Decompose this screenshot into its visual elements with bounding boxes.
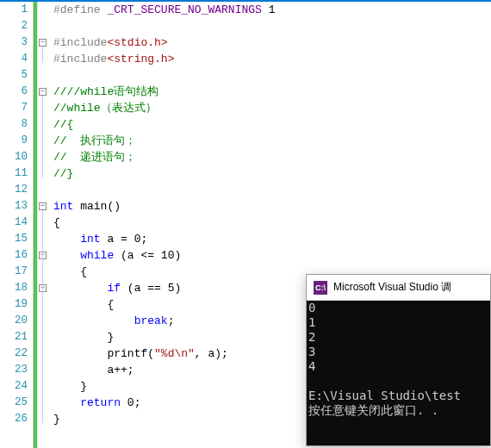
- line-number: 25: [0, 395, 28, 411]
- code-line[interactable]: #define _CRT_SECURE_NO_WARNINGS 1: [53, 2, 491, 18]
- line-number: 17: [0, 264, 28, 280]
- token: "%d\n": [154, 347, 195, 360]
- token: return: [80, 396, 121, 409]
- line-number: 9: [0, 133, 28, 149]
- line-number: 6: [0, 84, 28, 100]
- line-number: 26: [0, 411, 28, 427]
- token: (a <= 10): [114, 249, 181, 262]
- code-line[interactable]: int main(): [53, 198, 491, 215]
- code-line[interactable]: // 执行语句；: [53, 133, 491, 149]
- line-number: 5: [0, 67, 28, 84]
- console-titlebar[interactable]: C:\ Microsoft Visual Studio 调: [307, 275, 490, 301]
- line-number: 20: [0, 313, 28, 329]
- line-number: 1: [0, 2, 28, 18]
- line-number: 11: [0, 165, 28, 182]
- token: #define: [53, 3, 107, 16]
- code-line[interactable]: while (a <= 10): [53, 247, 491, 264]
- token: int: [53, 200, 73, 213]
- token: // 执行语句；: [53, 134, 136, 147]
- code-line[interactable]: //{: [53, 116, 491, 133]
- fold-toggle-icon[interactable]: −: [39, 202, 47, 210]
- token: printf(: [107, 347, 154, 360]
- line-number: 8: [0, 116, 28, 133]
- fold-column: −−−−−: [38, 2, 50, 448]
- code-line[interactable]: // 递进语句；: [53, 149, 491, 165]
- code-line[interactable]: [53, 67, 491, 84]
- token: <stdio.h>: [107, 36, 167, 49]
- token: #include: [53, 36, 107, 49]
- token: _CRT_SECURE_NO_WARNINGS: [107, 3, 261, 16]
- token: {: [53, 216, 60, 229]
- code-line[interactable]: [53, 18, 491, 34]
- line-number: 14: [0, 215, 28, 231]
- code-line[interactable]: //while（表达式）: [53, 100, 491, 116]
- token: ;: [168, 314, 175, 327]
- token: (a == 5): [121, 282, 181, 295]
- code-line[interactable]: //}: [53, 165, 491, 182]
- token: 1: [262, 3, 276, 16]
- code-line[interactable]: int a = 0;: [53, 231, 491, 247]
- token: ////while语句结构: [53, 85, 158, 98]
- token: 0;: [121, 396, 140, 409]
- token: //while（表达式）: [53, 102, 157, 115]
- token: , a);: [195, 347, 228, 360]
- token: }: [53, 413, 60, 426]
- token: //{: [53, 118, 73, 131]
- line-number: 15: [0, 231, 28, 247]
- code-line[interactable]: {: [53, 215, 491, 231]
- line-number: 7: [0, 100, 28, 116]
- line-number: 22: [0, 345, 28, 362]
- token: {: [80, 265, 87, 278]
- line-number: 18: [0, 280, 28, 296]
- line-number: 19: [0, 296, 28, 313]
- token: main(): [73, 200, 121, 213]
- token: if: [107, 282, 121, 295]
- token: // 递进语句；: [53, 151, 136, 164]
- token: a = 0;: [101, 233, 148, 246]
- line-number: 10: [0, 149, 28, 165]
- code-line[interactable]: #include<string.h>: [53, 51, 491, 67]
- token: }: [107, 331, 114, 344]
- token: #include: [53, 53, 107, 65]
- token: a++;: [107, 364, 134, 376]
- line-number: 2: [0, 18, 28, 34]
- token: int: [80, 233, 100, 246]
- line-number: 23: [0, 362, 28, 378]
- code-line[interactable]: [53, 182, 491, 198]
- line-number: 13: [0, 198, 28, 215]
- token: while: [80, 249, 114, 262]
- line-number: 16: [0, 247, 28, 264]
- token: //}: [53, 167, 73, 180]
- line-number-gutter: 1234567891011121314151617181920212223242…: [0, 2, 33, 448]
- token: }: [80, 380, 87, 393]
- line-number: 24: [0, 378, 28, 395]
- token: break: [134, 314, 168, 327]
- code-line[interactable]: #include<stdio.h>: [53, 34, 491, 51]
- token: {: [107, 298, 114, 311]
- line-number: 12: [0, 182, 28, 198]
- console-title: Microsoft Visual Studio 调: [333, 280, 451, 295]
- vs-icon: C:\: [314, 281, 327, 295]
- line-number: 3: [0, 34, 28, 51]
- line-number: 21: [0, 329, 28, 345]
- token: <string.h>: [107, 53, 174, 65]
- fold-toggle-icon[interactable]: −: [39, 39, 47, 47]
- debug-console-window[interactable]: C:\ Microsoft Visual Studio 调 0 1 2 3 4 …: [306, 274, 491, 446]
- fold-toggle-icon[interactable]: −: [39, 88, 47, 96]
- line-number: 4: [0, 51, 28, 67]
- terminal-output[interactable]: 0 1 2 3 4 E:\Visual Studio\test 按任意键关闭此窗…: [307, 301, 490, 445]
- code-line[interactable]: ////while语句结构: [53, 84, 491, 100]
